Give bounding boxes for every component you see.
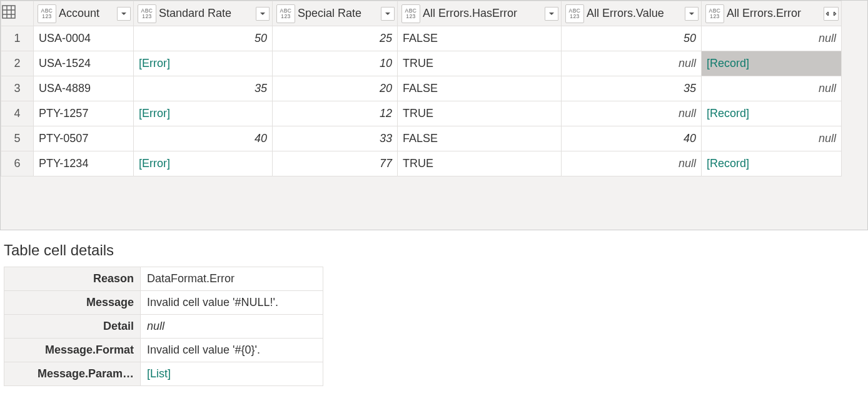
cell[interactable]: USA-1524 <box>34 51 134 76</box>
cell[interactable]: USA-0004 <box>34 26 134 51</box>
cell[interactable]: FALSE <box>398 26 562 51</box>
details-label: Message.Format <box>4 339 141 362</box>
column-header-label: Account <box>59 7 114 20</box>
details-row: MessageInvalid cell value '#NULL!'. <box>4 291 323 315</box>
datatype-any-icon[interactable]: ABC123 <box>276 4 295 23</box>
details-value[interactable]: [List] <box>141 362 323 386</box>
cell[interactable]: [Record] <box>702 51 842 76</box>
cell[interactable]: 40 <box>562 126 702 151</box>
table-row[interactable]: 4PTY-1257[Error]12TRUEnull[Record] <box>1 101 842 126</box>
table-row[interactable]: 5PTY-05074033FALSE40null <box>1 126 842 151</box>
data-grid: ABC123AccountABC123Standard RateABC123Sp… <box>0 0 868 230</box>
svg-rect-0 <box>3 6 15 18</box>
column-header[interactable]: ABC123Standard Rate <box>134 1 273 26</box>
data-table: ABC123AccountABC123Standard RateABC123Sp… <box>1 1 842 176</box>
details-label: Message.Param… <box>4 362 141 386</box>
cell[interactable]: 33 <box>273 126 398 151</box>
header-row: ABC123AccountABC123Standard RateABC123Sp… <box>1 1 842 26</box>
cell[interactable]: TRUE <box>398 101 562 126</box>
table-body: 1USA-00045025FALSE50null2USA-1524[Error]… <box>1 26 842 176</box>
table-row[interactable]: 2USA-1524[Error]10TRUEnull[Record] <box>1 51 842 76</box>
cell[interactable]: FALSE <box>398 126 562 151</box>
details-value: null <box>141 315 323 339</box>
cell[interactable]: TRUE <box>398 151 562 176</box>
cell[interactable]: null <box>702 76 842 101</box>
row-number[interactable]: 5 <box>1 126 34 151</box>
row-number[interactable]: 3 <box>1 76 34 101</box>
details-label: Message <box>4 291 141 315</box>
details-row: Message.Param…[List] <box>4 362 323 386</box>
datatype-any-icon[interactable]: ABC123 <box>401 4 420 23</box>
cell[interactable]: [Error] <box>134 51 273 76</box>
cell[interactable]: 50 <box>562 26 702 51</box>
filter-dropdown-button[interactable] <box>545 7 558 21</box>
details-body: ReasonDataFormat.ErrorMessageInvalid cel… <box>4 267 323 386</box>
row-number[interactable]: 1 <box>1 26 34 51</box>
column-header[interactable]: ABC123All Errors.Value <box>562 1 702 26</box>
filter-dropdown-button[interactable] <box>256 7 270 21</box>
table-icon <box>1 4 16 19</box>
column-header-label: Special Rate <box>298 7 378 20</box>
row-number[interactable]: 4 <box>1 101 34 126</box>
cell[interactable]: FALSE <box>398 76 562 101</box>
cell[interactable]: PTY-0507 <box>34 126 134 151</box>
cell[interactable]: 40 <box>134 126 273 151</box>
select-all-corner[interactable] <box>1 1 34 26</box>
cell[interactable]: [Record] <box>702 101 842 126</box>
cell[interactable]: 25 <box>273 26 398 51</box>
cell[interactable]: TRUE <box>398 51 562 76</box>
filter-dropdown-button[interactable] <box>117 7 131 21</box>
details-table: ReasonDataFormat.ErrorMessageInvalid cel… <box>4 267 323 386</box>
column-header[interactable]: ABC123All Errors.Error <box>702 1 842 26</box>
column-header[interactable]: ABC123Special Rate <box>273 1 398 26</box>
details-label: Reason <box>4 267 141 291</box>
datatype-any-icon[interactable]: ABC123 <box>38 4 56 23</box>
cell[interactable]: null <box>702 26 842 51</box>
datatype-any-icon[interactable]: ABC123 <box>565 4 584 23</box>
cell[interactable]: [Error] <box>134 101 273 126</box>
cell[interactable]: 35 <box>134 76 273 101</box>
details-title: Table cell details <box>4 242 868 259</box>
row-number[interactable]: 6 <box>1 151 34 176</box>
cell[interactable]: PTY-1234 <box>34 151 134 176</box>
cell[interactable]: USA-4889 <box>34 76 134 101</box>
table-row[interactable]: 3USA-48893520FALSE35null <box>1 76 842 101</box>
details-value: Invalid cell value '#{0}'. <box>141 339 323 362</box>
expand-column-button[interactable] <box>824 7 839 21</box>
cell[interactable]: 35 <box>562 76 702 101</box>
column-header[interactable]: ABC123Account <box>34 1 134 26</box>
column-header-label: All Errors.Error <box>727 7 821 20</box>
details-row: Detailnull <box>4 315 323 339</box>
column-header[interactable]: ABC123All Errors.HasError <box>398 1 562 26</box>
details-label: Detail <box>4 315 141 339</box>
cell[interactable]: [Error] <box>134 151 273 176</box>
cell[interactable]: [Record] <box>702 151 842 176</box>
table-row[interactable]: 6PTY-1234[Error]77TRUEnull[Record] <box>1 151 842 176</box>
column-header-label: Standard Rate <box>159 7 253 20</box>
details-value: DataFormat.Error <box>141 267 323 291</box>
table-row[interactable]: 1USA-00045025FALSE50null <box>1 26 842 51</box>
cell[interactable]: null <box>562 51 702 76</box>
cell[interactable]: 12 <box>273 101 398 126</box>
datatype-any-icon[interactable]: ABC123 <box>705 4 724 23</box>
datatype-any-icon[interactable]: ABC123 <box>138 4 156 23</box>
cell[interactable]: null <box>562 101 702 126</box>
cell[interactable]: 10 <box>273 51 398 76</box>
column-header-label: All Errors.Value <box>587 7 682 20</box>
cell[interactable]: 20 <box>273 76 398 101</box>
row-number[interactable]: 2 <box>1 51 34 76</box>
details-row: ReasonDataFormat.Error <box>4 267 323 291</box>
cell[interactable]: 50 <box>134 26 273 51</box>
details-row: Message.FormatInvalid cell value '#{0}'. <box>4 339 323 362</box>
details-value: Invalid cell value '#NULL!'. <box>141 291 323 315</box>
filter-dropdown-button[interactable] <box>685 7 699 21</box>
cell[interactable]: PTY-1257 <box>34 101 134 126</box>
cell[interactable]: null <box>702 126 842 151</box>
filter-dropdown-button[interactable] <box>381 7 395 21</box>
cell[interactable]: null <box>562 151 702 176</box>
cell[interactable]: 77 <box>273 151 398 176</box>
column-header-label: All Errors.HasError <box>423 7 542 20</box>
